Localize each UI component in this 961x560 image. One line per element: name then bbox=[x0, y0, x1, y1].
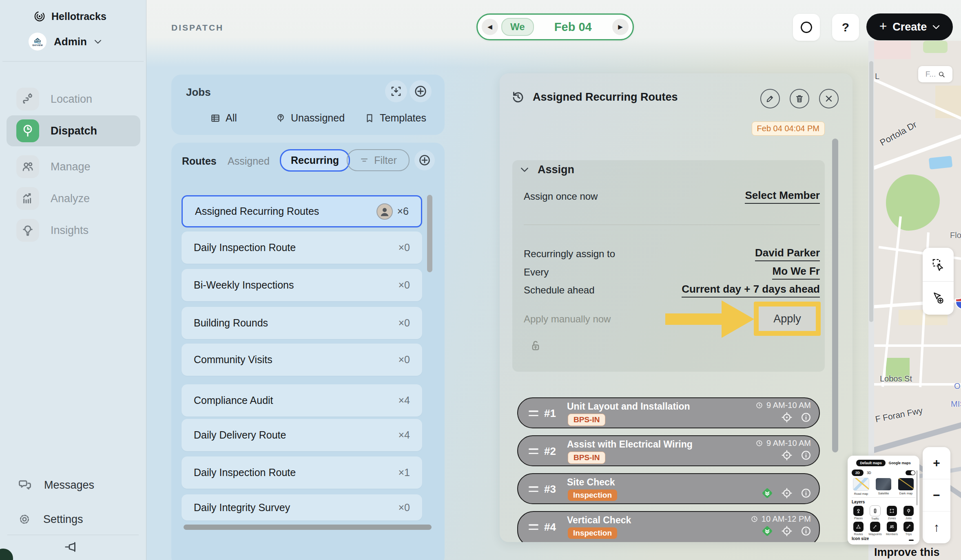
recurring-member-link[interactable]: David Parker bbox=[755, 247, 820, 261]
route-job-item[interactable]: #2 Assist with Electrical Wiring BPS-IN … bbox=[517, 435, 820, 466]
drag-handle-icon[interactable] bbox=[529, 524, 538, 530]
next-day-button[interactable]: ▶ bbox=[612, 19, 629, 35]
icon-size-slider[interactable] bbox=[909, 540, 914, 541]
gear-icon bbox=[18, 513, 31, 526]
route-item[interactable]: Bi-Weekly Inspections ×0 bbox=[182, 269, 422, 301]
tab-all-jobs[interactable]: All bbox=[210, 112, 237, 124]
map-2d-button[interactable]: 2D bbox=[852, 470, 864, 476]
tab-google-maps[interactable]: Google maps bbox=[889, 461, 911, 465]
layer-members[interactable]: Members bbox=[885, 522, 899, 536]
layer-zones[interactable]: Zones bbox=[885, 506, 899, 520]
route-item[interactable]: Daily Inspection Route ×0 bbox=[182, 231, 422, 264]
trash-icon bbox=[795, 94, 804, 104]
job-type-badge: BPS-IN bbox=[568, 452, 605, 464]
routes-horizontal-scrollbar[interactable] bbox=[184, 525, 432, 530]
route-job-item[interactable]: #1 Unit Layout and Installation BPS-IN 9… bbox=[517, 397, 820, 428]
sidebar-item-manage[interactable]: Manage bbox=[7, 151, 140, 182]
route-item-selected[interactable]: Assigned Recurring Routes ×6 bbox=[182, 195, 422, 227]
edit-route-button[interactable] bbox=[760, 89, 780, 108]
chat-bubble-launcher[interactable] bbox=[0, 549, 13, 560]
route-item[interactable]: Daily Delivery Route ×4 bbox=[182, 419, 422, 451]
map-search-input[interactable]: F... bbox=[918, 66, 952, 82]
layer-routes[interactable]: Routes bbox=[852, 522, 865, 536]
assign-section-header[interactable]: Assign bbox=[520, 163, 574, 176]
select-member-link[interactable]: Select Member bbox=[745, 189, 820, 204]
ai-assistant-button[interactable] bbox=[793, 14, 820, 41]
drag-handle-icon[interactable] bbox=[529, 410, 538, 416]
add-route-button[interactable] bbox=[414, 150, 435, 170]
route-item[interactable]: Daily Integrity Survey ×0 bbox=[182, 494, 422, 520]
pan-up-button[interactable]: ↑ bbox=[923, 511, 950, 543]
zoom-out-button[interactable]: − bbox=[923, 479, 950, 511]
jobs-panel: Jobs All Unassigned Templates bbox=[171, 75, 445, 135]
weekday-badge[interactable]: We bbox=[501, 18, 534, 36]
schedule-ahead-link[interactable]: Current day + 7 days ahead bbox=[682, 283, 820, 298]
zoom-in-button[interactable]: + bbox=[923, 447, 950, 479]
tab-job-templates[interactable]: Templates bbox=[364, 112, 426, 124]
route-item[interactable]: Community Visits ×0 bbox=[182, 344, 422, 376]
improve-map-link[interactable]: Improve this map bbox=[874, 546, 960, 560]
tab-unassigned-jobs[interactable]: Unassigned bbox=[275, 112, 345, 124]
info-icon[interactable] bbox=[800, 525, 812, 537]
pin-sidebar-icon[interactable] bbox=[64, 540, 81, 553]
info-icon[interactable] bbox=[800, 450, 812, 461]
create-button[interactable]: + Create bbox=[866, 13, 953, 40]
unlock-icon[interactable] bbox=[529, 339, 542, 353]
add-location-tool[interactable] bbox=[923, 281, 954, 315]
locate-icon[interactable] bbox=[781, 525, 793, 537]
map-toggle[interactable] bbox=[906, 470, 915, 475]
info-icon[interactable] bbox=[800, 487, 812, 499]
map-type-dark[interactable]: Dark map bbox=[897, 478, 915, 495]
locate-icon[interactable] bbox=[781, 487, 793, 499]
weekdays-link[interactable]: Mo We Fr bbox=[772, 265, 820, 280]
add-job-button[interactable] bbox=[410, 80, 432, 102]
delete-route-button[interactable] bbox=[790, 89, 809, 108]
apply-button[interactable]: Apply bbox=[759, 306, 816, 331]
layer-trips[interactable]: Trips bbox=[902, 522, 915, 536]
date-label[interactable]: Feb 04 bbox=[534, 20, 612, 34]
tab-default-maps[interactable]: Default maps bbox=[856, 460, 885, 466]
route-job-item[interactable]: #3 Site Check Inspection bbox=[517, 473, 820, 504]
close-panel-button[interactable] bbox=[819, 89, 839, 108]
layer-places[interactable]: Places bbox=[852, 506, 865, 520]
filter-button[interactable]: Filter bbox=[347, 149, 410, 171]
prev-day-button[interactable]: ◀ bbox=[482, 19, 498, 35]
route-item[interactable]: Compliance Audit ×4 bbox=[182, 384, 422, 417]
popup-scrollbar[interactable] bbox=[916, 470, 918, 505]
import-jobs-button[interactable] bbox=[385, 80, 407, 102]
route-item[interactable]: Building Rounds ×0 bbox=[182, 307, 422, 339]
zones-icon bbox=[887, 506, 897, 516]
routes-scrollbar[interactable] bbox=[427, 195, 432, 272]
lightbulb-icon bbox=[16, 219, 39, 242]
drag-handle-icon[interactable] bbox=[529, 448, 538, 454]
info-icon[interactable] bbox=[800, 412, 812, 423]
map-splitter-thumb[interactable] bbox=[869, 61, 873, 322]
locate-icon[interactable] bbox=[781, 411, 793, 423]
detail-scrollbar[interactable] bbox=[832, 139, 838, 452]
tab-assigned-routes[interactable]: Assigned bbox=[228, 155, 270, 167]
filter-icon bbox=[359, 155, 369, 165]
layer-waypoints[interactable]: Waypoints bbox=[868, 522, 882, 536]
sidebar-item-messages[interactable]: Messages bbox=[7, 474, 140, 496]
sidebar-item-location[interactable]: Location bbox=[7, 84, 140, 115]
layer-jobs[interactable]: Jobs bbox=[902, 506, 915, 520]
route-job-item[interactable]: #4 Vertical Check Inspection 10 AM-12 PM bbox=[517, 511, 820, 542]
drag-handle-icon[interactable] bbox=[529, 486, 538, 492]
account-switcher[interactable]: BAYVIEW Admin bbox=[29, 29, 102, 54]
route-item[interactable]: Daily Inspection Route ×1 bbox=[182, 456, 422, 489]
sidebar-item-analyze[interactable]: Analyze bbox=[7, 183, 140, 214]
map-type-satellite[interactable]: Satellite bbox=[874, 478, 893, 495]
map-type-road[interactable]: Road map bbox=[852, 478, 870, 496]
area-select-tool[interactable] bbox=[923, 248, 954, 281]
help-button[interactable]: ? bbox=[832, 14, 859, 41]
district-label: OU bbox=[954, 381, 961, 391]
sidebar-divider bbox=[7, 535, 139, 535]
sidebar-item-dispatch[interactable]: Dispatch bbox=[7, 115, 140, 146]
layer-traffic[interactable]: Traffic bbox=[868, 505, 882, 520]
locate-icon[interactable] bbox=[781, 449, 793, 461]
tab-recurring-routes[interactable]: Recurring bbox=[280, 149, 350, 172]
sidebar-item-settings[interactable]: Settings bbox=[7, 508, 140, 531]
sidebar-item-insights[interactable]: Insights bbox=[7, 215, 140, 246]
map-3d-button[interactable]: 3D bbox=[867, 471, 871, 475]
job-time: 9 AM-10 AM bbox=[755, 401, 811, 410]
